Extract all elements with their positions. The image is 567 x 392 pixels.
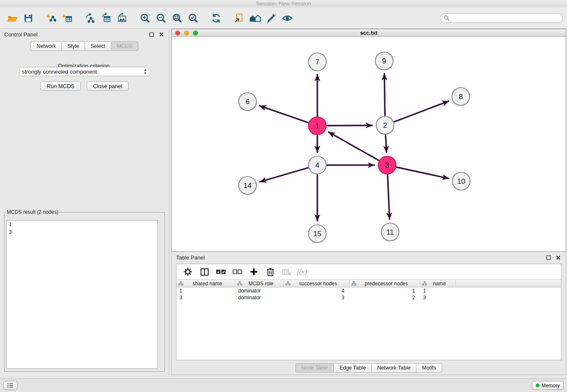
graph-node-14[interactable]: 14: [239, 177, 256, 194]
open-in-browser-button[interactable]: [231, 10, 247, 26]
zoom-fit-button[interactable]: [169, 10, 185, 26]
edge-2-9[interactable]: [384, 73, 385, 116]
graph-node-6[interactable]: 6: [239, 93, 256, 110]
graph-node-8[interactable]: 8: [452, 88, 470, 105]
tab-style[interactable]: Style: [61, 41, 85, 51]
apply-style-button[interactable]: [263, 10, 279, 26]
add-column-button[interactable]: [248, 266, 260, 278]
edge-3-1[interactable]: [328, 132, 379, 160]
run-mcds-button[interactable]: Run MCDS: [40, 81, 81, 91]
tab-network[interactable]: Network: [30, 41, 61, 51]
show-columns-button[interactable]: [198, 266, 211, 278]
export-image-icon: [117, 13, 128, 24]
table-row[interactable]: 3dominator323: [176, 294, 561, 301]
tab-node-table[interactable]: Node Table: [295, 363, 333, 373]
result-line: 3: [7, 228, 157, 236]
mcds-result-list[interactable]: 13: [6, 220, 158, 369]
zoom-selected-button[interactable]: [185, 10, 201, 26]
table-cell[interactable]: 3: [284, 294, 350, 301]
graph-node-7[interactable]: 7: [308, 53, 326, 71]
columns-icon: [200, 268, 209, 276]
tab-edge-table[interactable]: Edge Table: [333, 363, 371, 373]
graph-node-10[interactable]: 10: [452, 172, 470, 190]
graph-node-4[interactable]: 4: [308, 156, 326, 174]
show-hide-details-button[interactable]: [279, 10, 295, 26]
table-row[interactable]: 1dominator411: [176, 287, 561, 294]
import-network-button[interactable]: [43, 10, 59, 26]
tab-network-table[interactable]: Network Table: [372, 363, 416, 373]
table-cell[interactable]: 1: [350, 287, 420, 294]
close-table-panel-icon[interactable]: [555, 254, 561, 261]
control-panel-title: Control Panel: [4, 31, 145, 38]
node-label: 9: [382, 57, 386, 65]
edge-2-8[interactable]: [394, 101, 449, 122]
table-cell[interactable]: dominator: [235, 287, 284, 294]
float-panel-icon[interactable]: [148, 31, 155, 38]
graph-node-11[interactable]: 11: [381, 223, 399, 241]
column-header-successor-nodes[interactable]: successor nodes: [284, 280, 350, 287]
column-header-mcds-role[interactable]: MCDS role: [235, 280, 284, 287]
column-tree-icon: [422, 281, 427, 286]
edge-3-11[interactable]: [388, 174, 390, 220]
close-window-button[interactable]: ×: [175, 30, 180, 36]
column-header-filler: [456, 280, 561, 287]
search-input[interactable]: [451, 15, 559, 21]
graph-node-2[interactable]: 2: [376, 116, 394, 134]
column-header-shared-name[interactable]: shared name: [176, 280, 235, 287]
node-label: 14: [244, 182, 252, 190]
edge-2-3[interactable]: [385, 135, 386, 153]
table-cell[interactable]: 1: [176, 287, 235, 294]
export-table-icon: [101, 13, 112, 24]
select-all-button[interactable]: [215, 266, 227, 278]
edge-3-10[interactable]: [396, 167, 449, 179]
apply-layout-button[interactable]: [208, 10, 224, 26]
table-header-row: shared nameMCDS rolesuccessor nodesprede…: [176, 279, 561, 287]
edge-1-6[interactable]: [259, 105, 308, 122]
import-table-button[interactable]: [59, 10, 75, 26]
export-image-button[interactable]: [114, 10, 130, 26]
mcds-result-box: MCDS result (2 nodes) 13: [4, 209, 165, 372]
zoom-out-button[interactable]: [153, 10, 169, 26]
graph-node-9[interactable]: 9: [375, 52, 393, 70]
tab-select[interactable]: Select: [85, 41, 111, 51]
table-cell[interactable]: 2: [350, 294, 420, 301]
graph-node-3[interactable]: 3: [378, 156, 396, 174]
float-table-panel-icon[interactable]: [545, 254, 552, 261]
export-network-button[interactable]: [82, 10, 98, 26]
tab-motifs[interactable]: Motifs: [416, 363, 442, 373]
node-label: 15: [314, 230, 322, 238]
control-panel-tabs: NetworkStyleSelectMCDS: [0, 41, 169, 51]
maximize-window-button[interactable]: +: [193, 30, 198, 36]
open-folder-icon: [6, 13, 18, 24]
window-title: Session: New Session: [256, 0, 311, 7]
table-settings-button[interactable]: [182, 266, 194, 278]
graph-node-1[interactable]: 1: [308, 117, 326, 135]
edge-1-2[interactable]: [327, 125, 373, 126]
column-header-name[interactable]: name: [420, 280, 456, 287]
table-cell[interactable]: 3: [176, 294, 235, 301]
clear-selection-button[interactable]: [231, 266, 244, 278]
close-panel-button[interactable]: Close panel: [87, 81, 129, 91]
task-history-button[interactable]: [3, 381, 17, 390]
minimize-window-button[interactable]: −: [184, 30, 189, 36]
export-table-button[interactable]: [98, 10, 114, 26]
zoom-in-button[interactable]: [137, 10, 153, 26]
table-cell[interactable]: 3: [420, 294, 456, 301]
close-panel-icon[interactable]: [158, 31, 165, 38]
column-header-predecessor-nodes[interactable]: predecessor nodes: [350, 280, 420, 287]
delete-column-button[interactable]: [264, 266, 277, 278]
network-home-button[interactable]: [247, 10, 263, 26]
table-cell[interactable]: dominator: [235, 294, 284, 301]
table-cell[interactable]: 4: [284, 287, 350, 294]
column-tree-icon: [237, 281, 242, 286]
criterion-dropdown[interactable]: strongly connected component: [19, 67, 150, 76]
network-canvas-svg[interactable]: 7968124314101511: [172, 37, 566, 251]
save-session-button[interactable]: [20, 10, 36, 26]
memory-button[interactable]: Memory: [532, 381, 564, 390]
table-cell[interactable]: 1: [420, 287, 456, 294]
tab-mcds[interactable]: MCDS: [111, 41, 138, 51]
edge-4-14[interactable]: [259, 168, 308, 182]
graph-node-15[interactable]: 15: [308, 225, 326, 243]
open-session-button[interactable]: [4, 10, 20, 26]
memory-button-label: Memory: [542, 383, 560, 389]
